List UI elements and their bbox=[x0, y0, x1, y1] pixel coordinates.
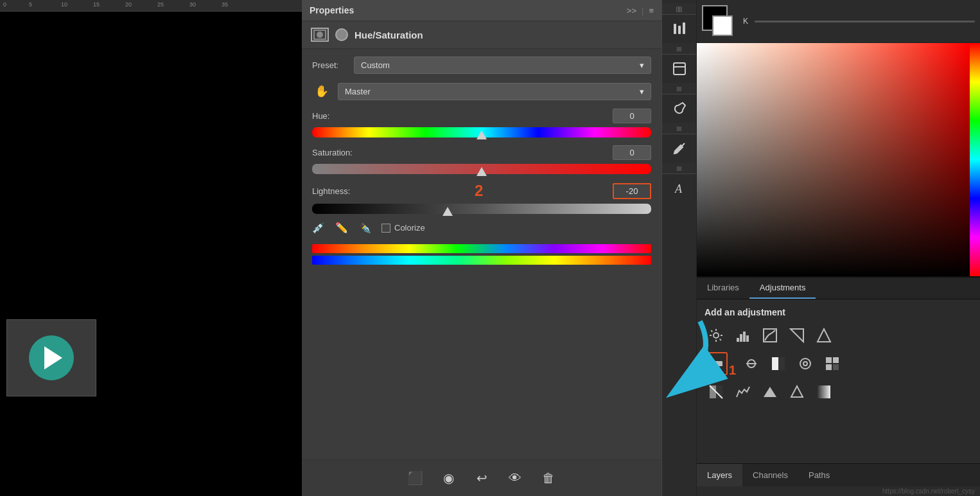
svg-rect-28 bbox=[826, 357, 832, 363]
footer-icon-reset[interactable]: ↩ bbox=[471, 468, 492, 488]
panel-footer: ⬛ ◉ ↩ 👁 🗑 bbox=[302, 459, 661, 496]
divider: | bbox=[642, 6, 643, 15]
saturation-thumb[interactable] bbox=[477, 167, 487, 176]
svg-rect-25 bbox=[778, 357, 785, 370]
canvas-black bbox=[0, 12, 302, 496]
toolbar-dropper-icon[interactable] bbox=[667, 136, 692, 161]
preset-label: Preset: bbox=[312, 60, 347, 70]
adj-threshold-icon[interactable] bbox=[758, 380, 782, 403]
color-gradient-box[interactable] bbox=[697, 43, 970, 276]
color-picker-main bbox=[697, 43, 980, 276]
adj-huesat-icon[interactable] bbox=[704, 352, 728, 375]
adjustments-tab[interactable]: Adjustments bbox=[749, 278, 816, 299]
svg-marker-18 bbox=[791, 329, 803, 342]
color-panel: K bbox=[697, 0, 980, 276]
eyedropper-icon-2[interactable]: ✏️ bbox=[335, 222, 348, 234]
hue-sat-title: Hue/Saturation bbox=[354, 30, 423, 40]
color-bar-adjusted bbox=[312, 256, 651, 265]
footer-icon-delete[interactable]: 🗑 bbox=[538, 468, 559, 488]
ruler-tick-5: 5 bbox=[29, 1, 32, 8]
color-bar-hue bbox=[312, 244, 651, 253]
lightness-slider-header: Lightness: 2 -20 bbox=[312, 182, 651, 200]
adjustment-layer-icon[interactable] bbox=[311, 28, 329, 42]
ruler-tick-35: 35 bbox=[222, 1, 228, 8]
colorize-row: 💉 ✏️ ✒️ Colorize bbox=[312, 222, 651, 234]
svg-rect-1 bbox=[678, 26, 681, 34]
colorize-checkbox-box[interactable] bbox=[381, 224, 390, 233]
adj-colorbalance-icon[interactable] bbox=[740, 352, 763, 375]
toolbar-adjustments-icon[interactable] bbox=[667, 16, 692, 42]
color-tools-row: K bbox=[697, 0, 980, 43]
colorize-label: Colorize bbox=[394, 223, 425, 233]
hue-track[interactable] bbox=[312, 127, 651, 137]
toolbar-brush-icon[interactable] bbox=[667, 96, 692, 121]
adj-brightness-icon[interactable] bbox=[704, 324, 728, 347]
footer-icon-eye[interactable]: 👁 bbox=[505, 468, 525, 488]
svg-rect-37 bbox=[818, 385, 830, 398]
adj-exposure-icon[interactable] bbox=[785, 324, 809, 347]
svg-rect-30 bbox=[826, 364, 832, 370]
adj-bw-icon[interactable] bbox=[767, 352, 790, 375]
adj-channelmixer-icon[interactable] bbox=[821, 352, 844, 375]
svg-rect-33 bbox=[716, 385, 722, 398]
color-k-label: K bbox=[743, 17, 748, 26]
hue-label: Hue: bbox=[312, 111, 329, 121]
saturation-track[interactable] bbox=[312, 164, 651, 174]
watermark: https://blog.csdn.net/robert_cysy bbox=[697, 486, 980, 496]
svg-line-9 bbox=[711, 330, 712, 332]
master-select[interactable]: Master ▾ bbox=[338, 83, 651, 100]
hand-icon[interactable]: ✋ bbox=[312, 82, 331, 101]
foreground-color[interactable] bbox=[702, 5, 728, 31]
color-spectrum-bar[interactable] bbox=[970, 43, 980, 276]
adj-levels-icon[interactable] bbox=[731, 324, 755, 347]
svg-line-10 bbox=[720, 339, 721, 341]
preset-select[interactable]: Custom ▾ bbox=[354, 57, 651, 74]
svg-rect-32 bbox=[710, 385, 716, 398]
toolbar-text-icon[interactable]: A bbox=[667, 175, 692, 201]
layers-tabs: Layers Channels Paths bbox=[697, 463, 980, 486]
toolbar-select-icon[interactable] bbox=[667, 56, 692, 82]
adj-vibrance-icon[interactable] bbox=[812, 324, 836, 347]
eyedropper-icon-1[interactable]: 💉 bbox=[312, 222, 325, 234]
play-button[interactable] bbox=[29, 335, 74, 380]
lightness-thumb[interactable] bbox=[442, 207, 453, 216]
svg-rect-16 bbox=[746, 335, 749, 342]
svg-rect-3 bbox=[674, 63, 685, 75]
layers-tab[interactable]: Layers bbox=[697, 464, 742, 486]
lightness-track[interactable] bbox=[312, 204, 651, 214]
eyedropper-icon-3[interactable]: ✒️ bbox=[358, 222, 371, 234]
properties-panel: Properties >> | ≡ Hue/Saturation Preset:… bbox=[302, 0, 661, 496]
hue-value[interactable]: 0 bbox=[613, 109, 651, 123]
menu-icon[interactable]: ≡ bbox=[649, 6, 654, 15]
lightness-label: Lightness: bbox=[312, 186, 350, 196]
channels-tab[interactable]: Channels bbox=[742, 464, 798, 486]
paths-tab[interactable]: Paths bbox=[798, 464, 840, 486]
ruler-top: 0 5 10 15 20 25 30 35 bbox=[0, 0, 302, 12]
adj-curves-icon[interactable] bbox=[758, 324, 782, 347]
master-chevron: ▾ bbox=[640, 87, 644, 96]
lightness-value[interactable]: -20 bbox=[613, 183, 651, 199]
expand-icon[interactable]: >> bbox=[627, 6, 636, 15]
adj-photofilter-icon[interactable] bbox=[794, 352, 817, 375]
libraries-tab[interactable]: Libraries bbox=[697, 278, 749, 299]
colorize-checkbox[interactable]: Colorize bbox=[381, 223, 425, 233]
adjustments-tabs: Libraries Adjustments bbox=[697, 278, 980, 299]
video-thumbnail[interactable] bbox=[6, 319, 96, 396]
adj-selectcolor-icon[interactable] bbox=[785, 380, 809, 403]
background-color[interactable] bbox=[712, 15, 733, 36]
footer-icon-apply[interactable]: ⬛ bbox=[405, 468, 425, 488]
preset-row: Preset: Custom ▾ bbox=[312, 57, 651, 74]
svg-marker-35 bbox=[764, 387, 776, 397]
preset-value: Custom bbox=[361, 60, 390, 70]
adj-invert-icon[interactable] bbox=[704, 380, 728, 403]
adj-gradient-icon[interactable] bbox=[812, 380, 836, 403]
hue-thumb[interactable] bbox=[477, 130, 487, 139]
svg-point-6 bbox=[713, 333, 719, 338]
footer-icon-visibility[interactable]: ◉ bbox=[438, 468, 459, 488]
saturation-value[interactable]: 0 bbox=[613, 145, 651, 160]
panel-header: Properties >> | ≡ bbox=[302, 0, 661, 21]
master-row: ✋ Master ▾ bbox=[312, 82, 651, 101]
color-swatches[interactable] bbox=[702, 5, 734, 37]
svg-rect-13 bbox=[737, 338, 739, 342]
adj-posterize-icon[interactable] bbox=[731, 380, 755, 403]
